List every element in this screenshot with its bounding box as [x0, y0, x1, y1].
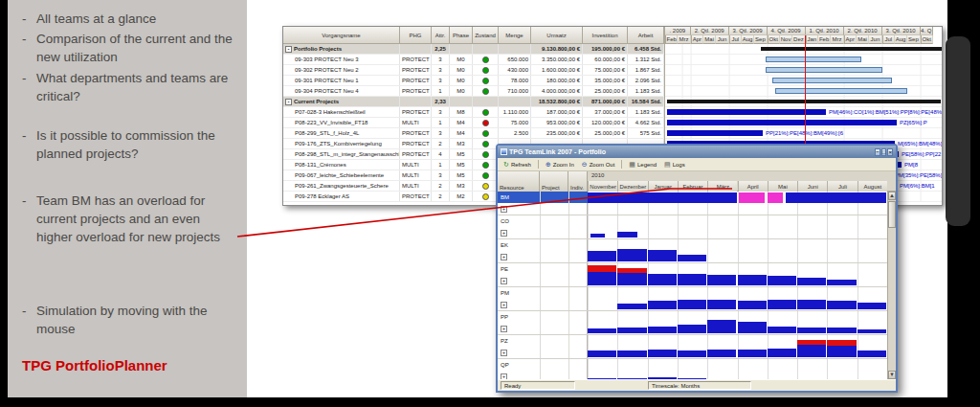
gantt-bar-light[interactable]	[775, 88, 907, 94]
col-header-phg[interactable]: PHG	[400, 27, 432, 44]
load-bar[interactable]	[827, 340, 856, 346]
load-bar[interactable]	[786, 192, 886, 203]
minimize-button[interactable]: −	[875, 148, 880, 156]
load-bar[interactable]	[858, 329, 886, 333]
resource-cell[interactable]: PM+	[498, 287, 588, 310]
gantt-bar-dark[interactable]	[667, 130, 763, 136]
load-bar[interactable]	[678, 255, 706, 261]
toolbar-legend-button[interactable]: ▦Legend	[626, 160, 659, 169]
load-bar[interactable]	[617, 304, 646, 309]
load-bar[interactable]	[768, 349, 796, 357]
tl-col-indiv-[interactable]: Indiv.	[568, 171, 588, 192]
table-row[interactable]: 09-302 PROTECT Neu 2PROTECT3M0430.0001.6…	[283, 65, 664, 76]
load-bar[interactable]	[617, 328, 646, 333]
table-row[interactable]: P07-028-3 HakenschleißteilPROTECT3M81.11…	[283, 107, 664, 118]
load-bar[interactable]	[648, 274, 677, 285]
toolbar-logs-button[interactable]: ▤Logs	[661, 160, 688, 169]
gantt-bar-dark[interactable]	[667, 120, 897, 125]
window-titlebar[interactable]: TPG TeamLink 2007 - Portfolio −□×	[498, 146, 896, 158]
table-row[interactable]: 09-304 PROTECT Neu 4PROTECT1M0710.0004.0…	[283, 86, 664, 97]
load-bar[interactable]	[768, 192, 783, 203]
load-bar[interactable]	[707, 300, 736, 309]
load-bar[interactable]	[827, 328, 856, 333]
gantt-bar-light[interactable]	[772, 78, 892, 83]
resource-cell[interactable]: PP+	[498, 311, 588, 334]
load-bar[interactable]	[797, 300, 826, 309]
load-bar[interactable]	[827, 346, 856, 357]
toolbar-zoom-in-button[interactable]: ⊕Zoom In	[543, 160, 577, 169]
load-bar[interactable]	[858, 303, 886, 309]
col-header-menge[interactable]: Menge	[499, 27, 531, 44]
expand-icon[interactable]: +	[501, 326, 507, 332]
toolbar-refresh-button[interactable]: ↻Refresh	[501, 160, 534, 169]
load-bar[interactable]	[617, 232, 637, 237]
load-bar[interactable]	[797, 278, 826, 285]
col-header-investition[interactable]: Investition	[583, 27, 628, 44]
load-bar[interactable]	[588, 328, 616, 333]
load-bar[interactable]	[588, 272, 616, 285]
collapse-icon[interactable]: -	[285, 99, 292, 105]
gantt-bar-light[interactable]	[766, 57, 861, 62]
load-bar[interactable]	[707, 320, 736, 333]
table-row[interactable]: -Portfolio Projects2,259.130.800,00 €195…	[283, 44, 664, 55]
load-bar[interactable]	[678, 274, 706, 285]
collapse-icon[interactable]: -	[285, 46, 292, 53]
expand-icon[interactable]: +	[501, 302, 507, 308]
resource-cell[interactable]: BM+	[498, 192, 588, 215]
expand-icon[interactable]: +	[501, 350, 507, 356]
load-bar[interactable]	[797, 328, 826, 333]
load-bar[interactable]	[768, 300, 796, 309]
load-bar[interactable]	[617, 273, 646, 285]
expand-icon[interactable]: +	[501, 278, 507, 284]
load-bar[interactable]	[707, 275, 736, 285]
gantt-bar-dark[interactable]	[667, 109, 826, 115]
resource-cell[interactable]: PE+	[498, 263, 588, 286]
table-row[interactable]: P08-299_STL_f_Holz_4LPROTECT3M42.500235.…	[283, 128, 664, 139]
tl-col-resource[interactable]: Resource	[498, 171, 540, 192]
table-row[interactable]: 09-303 PROTECT Neu 3PROTECT3M0650.0003.3…	[283, 55, 664, 65]
load-bar[interactable]	[738, 275, 767, 285]
load-bar[interactable]	[768, 276, 796, 285]
scroll-up-button[interactable]: ▲	[888, 192, 896, 200]
load-bar[interactable]	[678, 350, 706, 357]
resource-cell[interactable]: CO+	[498, 215, 588, 238]
expand-icon[interactable]: +	[501, 254, 507, 260]
resource-cell[interactable]: QP+	[498, 359, 588, 379]
load-bar[interactable]	[678, 325, 706, 333]
close-button[interactable]: ×	[887, 148, 893, 156]
tl-col-project[interactable]: Project	[540, 171, 568, 192]
scroll-down-button[interactable]: ▼	[888, 371, 896, 379]
load-bar[interactable]	[648, 250, 677, 261]
maximize-button[interactable]: □	[881, 148, 887, 156]
col-header-umsatz[interactable]: Umsatz	[531, 27, 583, 44]
load-bar[interactable]	[827, 301, 856, 309]
load-bar[interactable]	[588, 350, 616, 357]
load-bar[interactable]	[797, 345, 826, 357]
resource-cell[interactable]: EK+	[498, 239, 588, 262]
scroll-thumb[interactable]	[888, 201, 896, 228]
load-bar[interactable]	[738, 350, 767, 357]
resource-cell[interactable]: PZ+	[498, 335, 588, 358]
toolbar-zoom-out-button[interactable]: ⊖Zoom Out	[579, 160, 618, 169]
vertical-scrollbar[interactable]: ▲▼	[887, 192, 896, 379]
table-row[interactable]: P08-223_VV_Invisible_FT18MULTI1M475.0009…	[283, 118, 664, 128]
load-bar[interactable]	[738, 322, 767, 333]
load-bar[interactable]	[738, 301, 767, 309]
load-bar[interactable]	[707, 350, 736, 357]
expand-icon[interactable]: +	[501, 206, 507, 213]
load-bar[interactable]	[588, 192, 737, 203]
load-bar[interactable]	[678, 300, 706, 309]
load-bar[interactable]	[648, 350, 677, 357]
col-header-phase[interactable]: Phase	[450, 27, 473, 44]
load-bar[interactable]	[858, 350, 886, 357]
table-row[interactable]: -Current Projects2,3318.532.800,00 €871.…	[283, 97, 664, 107]
table-row[interactable]: 09-301 PROTECT Neu 1PROTECT3M078.000180.…	[283, 76, 664, 86]
load-bar[interactable]	[739, 192, 765, 203]
load-bar[interactable]	[797, 340, 826, 345]
load-bar[interactable]	[768, 327, 796, 333]
col-header-attr-[interactable]: Attr.	[432, 27, 450, 44]
expand-icon[interactable]: +	[501, 230, 507, 237]
load-bar[interactable]	[648, 301, 677, 309]
col-header-vorgangsname[interactable]: Vorgangsname	[283, 27, 400, 44]
load-bar[interactable]	[588, 265, 616, 272]
